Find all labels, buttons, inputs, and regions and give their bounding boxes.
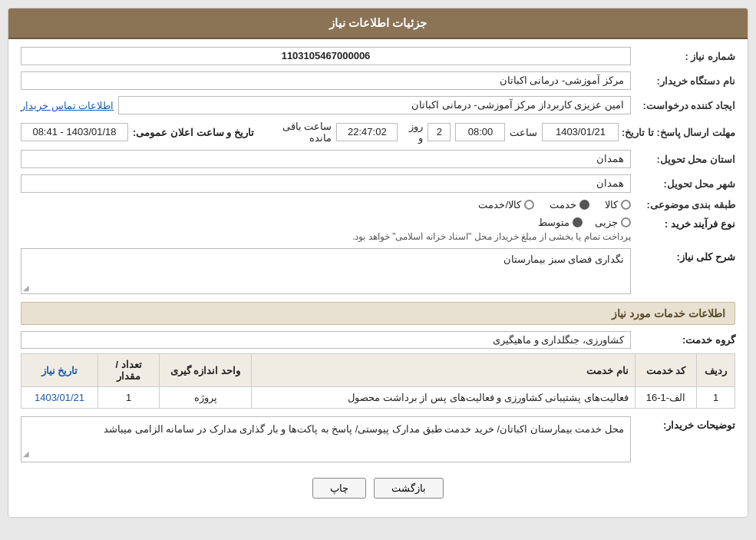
category-service-label: خدمت <box>550 199 576 210</box>
buyer-resize-icon: ◢ <box>23 448 29 460</box>
services-section-header: اطلاعات خدمات مورد نیاز <box>21 302 735 325</box>
col-header-row: ردیف <box>697 354 735 387</box>
process-option-partial[interactable]: جزیی <box>595 217 631 228</box>
col-header-unit: واحد اندازه گیری <box>160 354 252 387</box>
category-radio-goods <box>621 200 631 210</box>
category-both-label: کالا/خدمت <box>478 199 521 210</box>
table-row: 1 الف-1-16 فعالیت‌های پشتیبانی کشاورزی و… <box>21 387 735 409</box>
process-medium-label: متوسط <box>538 217 569 228</box>
announce-label: تاریخ و ساعت اعلان عمومی: <box>133 127 254 138</box>
category-option-goods[interactable]: کالا <box>605 199 631 210</box>
action-buttons: بازگشت چاپ <box>21 470 735 509</box>
city-label: شهر محل تحویل: <box>636 178 735 190</box>
announce-value: 1403/01/18 - 08:41 <box>21 123 128 141</box>
deadline-label: مهلت ارسال پاسخ: تا تاریخ: <box>623 127 735 138</box>
category-radio-service <box>579 200 589 210</box>
province-value: همدان <box>21 150 631 168</box>
back-button[interactable]: بازگشت <box>374 478 444 499</box>
service-group-label: گروه خدمت: <box>636 334 735 346</box>
contact-link[interactable]: اطلاعات تماس خریدار <box>21 100 114 111</box>
col-header-date: تاریخ نیاز <box>21 354 98 387</box>
category-label: طبقه بندی موضوعی: <box>636 199 735 210</box>
deadline-date: 1403/01/21 <box>542 123 619 141</box>
print-button[interactable]: چاپ <box>312 478 366 499</box>
deadline-remaining: 22:47:02 <box>336 123 398 141</box>
deadline-time-label: ساعت <box>510 127 537 138</box>
cell-qty: 1 <box>98 387 160 409</box>
category-goods-label: کالا <box>605 199 618 210</box>
city-value: همدان <box>21 174 631 193</box>
deadline-days: 2 <box>428 123 451 141</box>
cell-name: فعالیت‌های پشتیبانی کشاورزی و فعالیت‌های… <box>252 387 636 409</box>
creator-label: ایجاد کننده درخواست: <box>636 100 735 111</box>
need-number-value: 1103105467000006 <box>21 47 631 65</box>
need-description-label: شرح کلی نیاز: <box>636 248 735 263</box>
category-option-both[interactable]: کالا/خدمت <box>478 199 534 210</box>
process-label: نوع فرآیند خرید : <box>636 217 735 230</box>
buyer-description-value: محل خدمت بیمارستان اکباتان/ خرید خدمت طب… <box>104 423 624 435</box>
process-radio-medium <box>573 217 583 227</box>
resize-icon: ◢ <box>23 283 29 292</box>
service-group-value: کشاورزی، جنگلداری و ماهیگیری <box>21 331 631 349</box>
process-note: پرداخت تمام یا بخشی از مبلغ خریداز محل "… <box>21 231 631 242</box>
buyer-description-label: توضیحات خریدار: <box>636 416 735 431</box>
process-radio-partial <box>621 217 631 227</box>
deadline-days-label: روز و <box>402 121 423 144</box>
buyer-org-value: مرکز آموزشی- درمانی اکباتان <box>21 71 631 90</box>
category-radio-both <box>524 200 534 210</box>
deadline-time: 08:00 <box>455 123 505 141</box>
category-option-service[interactable]: خدمت <box>550 199 589 210</box>
creator-value: امین عزیزی کاربرداز مرکز آموزشی- درمانی … <box>118 96 631 114</box>
col-header-code: کد خدمت <box>636 354 697 387</box>
col-header-name: نام خدمت <box>252 354 636 387</box>
cell-row: 1 <box>697 387 735 409</box>
cell-date: 1403/01/21 <box>21 387 98 409</box>
deadline-remaining-label: ساعت باقی مانده <box>259 121 332 144</box>
process-option-medium[interactable]: متوسط <box>538 217 583 228</box>
cell-code: الف-1-16 <box>636 387 697 409</box>
process-partial-label: جزیی <box>595 217 618 228</box>
services-table: ردیف کد خدمت نام خدمت واحد اندازه گیری ت… <box>21 353 735 409</box>
col-header-qty: تعداد / مقدار <box>98 354 160 387</box>
buyer-org-label: نام دستگاه خریدار: <box>636 75 735 87</box>
services-table-wrapper: ردیف کد خدمت نام خدمت واحد اندازه گیری ت… <box>21 353 735 409</box>
page-title: جزئیات اطلاعات نیاز <box>8 8 748 39</box>
need-description-box[interactable]: نگداری فضای سبز بیمارستان ◢ <box>21 248 631 294</box>
province-label: استان محل تحویل: <box>636 154 735 165</box>
need-number-label: شماره نیاز : <box>636 51 735 62</box>
cell-unit: پروژه <box>160 387 252 409</box>
buyer-description-box[interactable]: محل خدمت بیمارستان اکباتان/ خرید خدمت طب… <box>21 416 631 462</box>
need-description-value: نگداری فضای سبز بیمارستان <box>503 253 624 265</box>
